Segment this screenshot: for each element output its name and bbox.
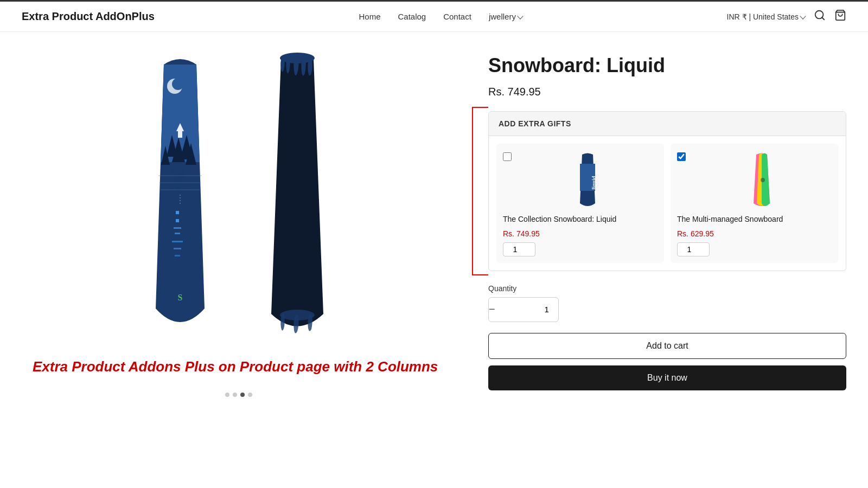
nav-contact[interactable]: Contact	[443, 12, 471, 21]
nav-jwellery[interactable]: jwellery	[489, 12, 522, 21]
svg-text:BURTON: BURTON	[243, 131, 266, 258]
pagination-dot-1[interactable]	[225, 393, 229, 397]
main-content: S	[0, 32, 868, 488]
chevron-down-icon	[517, 13, 523, 19]
svg-rect-21	[172, 241, 183, 242]
extra-gifts-wrapper: ADD EXTRA GIFTS liquid	[488, 111, 846, 271]
gift-item-2-top	[677, 150, 832, 210]
gift-item-1-top: liquid	[503, 150, 658, 210]
gift-2-price: Rs. 629.95	[677, 229, 714, 238]
svg-rect-25	[178, 131, 182, 138]
currency-chevron-icon	[800, 13, 806, 19]
svg-line-1	[822, 17, 824, 20]
quantity-input[interactable]	[495, 305, 559, 314]
gift-2-image	[691, 150, 832, 210]
add-to-cart-button[interactable]: Add to cart	[488, 333, 846, 359]
quantity-label: Quantity	[488, 284, 846, 293]
nav-catalog[interactable]: Catalog	[398, 12, 426, 21]
product-caption-text: Extra Product Addons Plus on Product pag…	[33, 357, 445, 376]
main-nav: Home Catalog Contact jwellery	[359, 12, 522, 21]
header-right: INR ₹ | United States	[727, 9, 846, 24]
gift-item-2: The Multi-managed Snowboard Rs. 629.95	[671, 144, 838, 263]
left-panel: S	[0, 32, 477, 488]
quantity-controls: − +	[488, 297, 559, 322]
currency-selector[interactable]: INR ₹ | United States	[727, 12, 805, 21]
pagination-dots	[0, 393, 477, 397]
quantity-decrease-button[interactable]: −	[489, 298, 495, 322]
svg-rect-19	[174, 227, 181, 229]
gift-1-name: The Collection Snowboard: Liquid	[503, 214, 616, 225]
snowboard-image-1: S	[126, 48, 234, 341]
gift-2-qty[interactable]	[677, 242, 710, 256]
svg-text:liquid: liquid	[591, 176, 597, 189]
pagination-dot-2[interactable]	[233, 393, 237, 397]
svg-rect-22	[174, 248, 181, 249]
site-header: Extra Product AddOnPlus Home Catalog Con…	[0, 2, 868, 32]
svg-rect-20	[175, 233, 180, 234]
product-title: Snowboard: Liquid	[488, 54, 846, 77]
extra-gifts-section: ADD EXTRA GIFTS liquid	[488, 111, 846, 271]
svg-rect-18	[176, 219, 179, 222]
snowboard-image-2: BURTON	[243, 48, 352, 341]
gift-1-checkbox[interactable]	[503, 152, 512, 161]
search-icon[interactable]	[814, 9, 826, 24]
svg-rect-17	[176, 211, 179, 214]
svg-rect-23	[175, 255, 180, 256]
product-details-panel: Snowboard: Liquid Rs. 749.95 ADD EXTRA G…	[477, 32, 868, 488]
cart-icon[interactable]	[834, 9, 846, 24]
svg-point-33	[761, 178, 765, 182]
gift-item-1: liquid The Collection Snowboard: Liquid …	[496, 144, 664, 263]
svg-text:S: S	[178, 293, 183, 302]
svg-point-5	[172, 78, 184, 90]
gift-1-qty[interactable]	[503, 242, 535, 256]
pagination-dot-3[interactable]	[240, 393, 245, 397]
nav-home[interactable]: Home	[359, 12, 380, 21]
product-images-row: S	[0, 32, 477, 346]
extra-gifts-header: ADD EXTRA GIFTS	[489, 112, 846, 136]
product-price: Rs. 749.95	[488, 86, 846, 98]
gift-1-price: Rs. 749.95	[503, 229, 540, 238]
gift-2-checkbox[interactable]	[677, 152, 686, 161]
buy-now-button[interactable]: Buy it now	[488, 365, 846, 390]
gift-2-name: The Multi-managed Snowboard	[677, 214, 783, 225]
product-caption-area: Extra Product Addons Plus on Product pag…	[0, 346, 477, 387]
gift-1-image: liquid	[517, 150, 658, 210]
site-logo[interactable]: Extra Product AddOnPlus	[22, 10, 155, 23]
pagination-dot-4[interactable]	[248, 393, 252, 397]
extra-gifts-body: liquid The Collection Snowboard: Liquid …	[489, 136, 846, 271]
red-bracket-annotation	[472, 107, 488, 275]
